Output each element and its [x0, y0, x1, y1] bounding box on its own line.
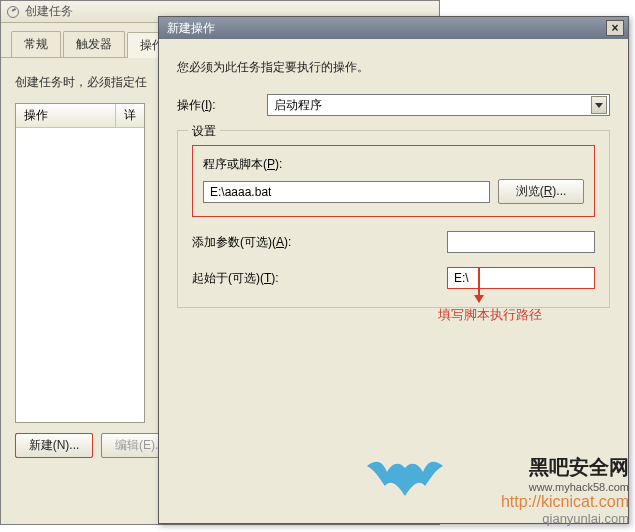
tab-triggers[interactable]: 触发器	[63, 31, 125, 57]
create-task-title: 创建任务	[25, 3, 73, 20]
new-action-title: 新建操作	[167, 20, 215, 37]
startin-row: 起始于(可选)(T):	[192, 267, 595, 289]
actions-list[interactable]: 操作 详	[15, 103, 145, 423]
col-op[interactable]: 操作	[16, 104, 116, 127]
new-action-titlebar[interactable]: 新建操作 ×	[159, 17, 628, 39]
tab-general[interactable]: 常规	[11, 31, 61, 57]
col-detail[interactable]: 详	[116, 104, 144, 127]
front-body: 您必须为此任务指定要执行的操作。 操作(I): 启动程序 设置 程序或脚本(P)…	[159, 39, 628, 322]
program-input[interactable]	[203, 181, 490, 203]
browse-button[interactable]: 浏览(R)...	[498, 179, 584, 204]
startin-input[interactable]	[447, 267, 595, 289]
startin-label: 起始于(可选)(T):	[192, 270, 342, 287]
annotation-arrow-icon	[478, 268, 480, 302]
annotation-text: 填写脚本执行路径	[438, 306, 542, 324]
action-label: 操作(I):	[177, 97, 267, 114]
settings-legend: 设置	[188, 123, 220, 140]
program-highlight-box: 程序或脚本(P): 浏览(R)...	[192, 145, 595, 217]
args-row: 添加参数(可选)(A):	[192, 231, 595, 253]
close-icon[interactable]: ×	[606, 20, 624, 36]
settings-group: 设置 程序或脚本(P): 浏览(R)... 添加参数(可选)(A):	[177, 130, 610, 308]
args-label: 添加参数(可选)(A):	[192, 234, 342, 251]
clock-icon	[7, 6, 19, 18]
program-line: 浏览(R)...	[203, 179, 584, 204]
program-label: 程序或脚本(P):	[203, 156, 584, 173]
instruction-text: 您必须为此任务指定要执行的操作。	[177, 59, 610, 76]
actions-list-header: 操作 详	[16, 104, 144, 128]
action-select-value: 启动程序	[274, 97, 322, 114]
args-input[interactable]	[447, 231, 595, 253]
new-button[interactable]: 新建(N)...	[15, 433, 93, 458]
action-row: 操作(I): 启动程序	[177, 94, 610, 116]
new-action-dialog: 新建操作 × 您必须为此任务指定要执行的操作。 操作(I): 启动程序 设置 程…	[158, 16, 629, 524]
action-select[interactable]: 启动程序	[267, 94, 610, 116]
chevron-down-icon[interactable]	[591, 96, 607, 114]
